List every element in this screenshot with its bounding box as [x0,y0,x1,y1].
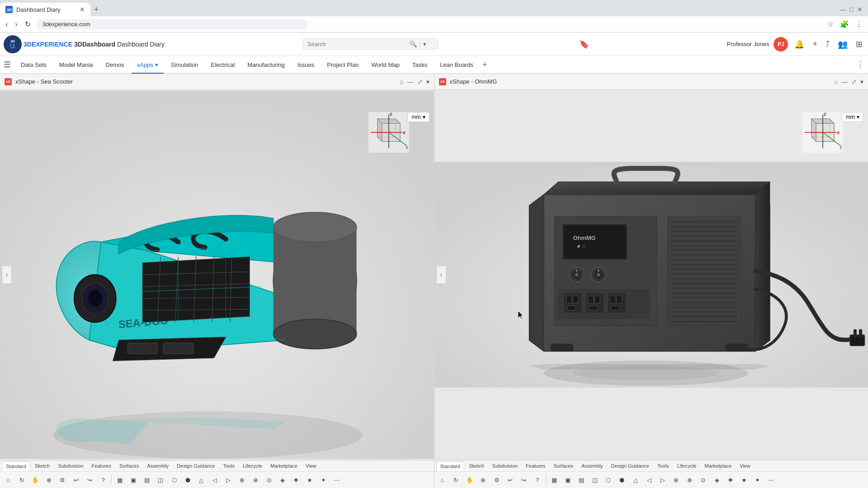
add-button[interactable]: + [811,38,819,51]
community-button[interactable]: 👥 [836,38,849,51]
left-tab-lifecycle[interactable]: Lifecycle [239,461,266,471]
left-unit-dropdown[interactable]: mm ▾ [408,112,429,122]
right-panel-home-button[interactable]: ⌂ [834,78,838,85]
tool-redo[interactable]: ↪ [83,474,96,486]
tool-section[interactable]: ⊗ [249,474,262,486]
search-input[interactable] [307,41,407,47]
right-panel-maximize-button[interactable]: ⤢ [851,78,857,85]
left-tab-features[interactable]: Features [88,461,115,471]
hamburger-menu-button[interactable]: ☰ [4,60,11,70]
tool-3d-rotate[interactable]: ↻ [15,474,28,486]
right-tab-subdivision[interactable]: Subdivision [489,461,521,471]
right-tool-zoom[interactable]: ⊕ [477,474,490,486]
left-panel-nav-left-arrow[interactable]: ‹ [2,266,12,284]
right-tool-measure[interactable]: ⊕ [670,474,683,486]
bookmark-icon[interactable]: 🔖 [579,39,589,49]
tool-home[interactable]: ⌂ [2,474,14,486]
right-tool-home[interactable]: ⌂ [436,474,449,486]
nav-item-model-mania[interactable]: Model Mania [54,57,98,74]
left-viewport[interactable]: SEA-DOO ‹ [0,89,434,460]
right-tool-split[interactable]: ◫ [589,474,601,486]
forward-button[interactable]: › [13,19,19,30]
left-tab-marketplace[interactable]: Marketplace [267,461,301,471]
tool-box[interactable]: ▣ [127,474,140,486]
right-tab-view[interactable]: View [736,461,754,471]
new-tab-button[interactable]: + [94,5,99,14]
nav-item-datasets[interactable]: Data Sets [15,57,52,74]
tool-center[interactable]: ⊙ [263,474,275,486]
right-tab-design-guidance[interactable]: Design Guidance [608,461,653,471]
nav-item-issues[interactable]: Issues [292,57,320,74]
right-tool-right[interactable]: ▷ [656,474,669,486]
right-tool-section[interactable]: ⊗ [684,474,696,486]
left-tab-sketch[interactable]: Sketch [31,461,54,471]
nav-item-xapps[interactable]: xApps ▾ [132,57,164,74]
right-viewport[interactable]: OhmMG ⚡ G [434,89,868,460]
tool-grid[interactable]: ▦ [113,474,126,486]
right-tool-point[interactable]: ◈ [711,474,723,486]
user-avatar[interactable]: PJ [774,37,788,52]
tool-right[interactable]: ▷ [222,474,235,486]
right-tool-target[interactable]: ❖ [724,474,737,486]
search-dropdown-button[interactable]: ▾ [420,41,426,47]
nav-add-tab-button[interactable]: + [482,60,487,70]
right-tool-help[interactable]: ? [531,474,544,486]
url-input[interactable] [36,19,307,29]
right-tool-bookmark[interactable]: ★ [738,474,750,486]
extensions-button[interactable]: 🧩 [838,18,851,30]
close-window-button[interactable]: ✕ [857,6,863,13]
reload-button[interactable]: ↻ [23,18,33,30]
nav-item-demos[interactable]: Demos [100,57,130,74]
nav-item-lean-boards[interactable]: Lean Boards [434,57,479,74]
tool-measure[interactable]: ⊕ [236,474,248,486]
notifications-button[interactable]: 🔔 [793,38,806,51]
tool-more[interactable]: ⋯ [330,474,343,486]
tool-bookmark[interactable]: ★ [303,474,316,486]
back-button[interactable]: ‹ [4,19,9,30]
right-tool-perspective[interactable]: ⬡ [602,474,615,486]
left-tab-assembly[interactable]: Assembly [143,461,172,471]
active-tab[interactable]: 3D Dashboard Diary ✕ [0,3,90,16]
right-tool-iso[interactable]: ⬢ [616,474,628,486]
tool-highlight[interactable]: ✦ [317,474,330,486]
right-tool-center[interactable]: ⊙ [697,474,710,486]
right-tab-standard[interactable]: Standard [436,461,465,471]
right-tab-features[interactable]: Features [522,461,549,471]
right-panel-minimize-button[interactable]: — [841,78,848,85]
right-tool-more[interactable]: ⋯ [765,474,778,486]
right-tab-marketplace[interactable]: Marketplace [701,461,735,471]
right-tool-front[interactable]: △ [629,474,642,486]
tool-target[interactable]: ❖ [290,474,302,486]
tab-close-button[interactable]: ✕ [80,6,85,13]
right-tool-highlight[interactable]: ✦ [751,474,764,486]
tool-left[interactable]: ◁ [208,474,221,486]
minimize-button[interactable]: — [840,6,846,13]
left-panel-minimize-button[interactable]: — [407,78,414,85]
nav-item-tasks[interactable]: Tasks [407,57,433,74]
right-tab-assembly[interactable]: Assembly [578,461,607,471]
right-unit-dropdown[interactable]: mm ▾ [842,112,863,122]
tool-help[interactable]: ? [97,474,109,486]
tool-perspective[interactable]: ⬡ [168,474,180,486]
right-tool-pan[interactable]: ✋ [463,474,476,486]
restore-button[interactable]: □ [850,6,854,13]
nav-item-manufacturing[interactable]: Manufacturing [242,57,290,74]
right-tool-left[interactable]: ◁ [643,474,656,486]
right-tool-undo[interactable]: ↩ [504,474,517,486]
nav-overflow-button[interactable]: ⋮ [856,60,864,70]
right-tab-lifecycle[interactable]: Lifecycle [674,461,700,471]
nav-item-world-map[interactable]: World Map [366,57,405,74]
tool-point[interactable]: ◈ [276,474,289,486]
right-tool-3d-rotate[interactable]: ↻ [450,474,462,486]
tool-iso[interactable]: ⬢ [181,474,194,486]
tool-settings[interactable]: ⚙ [56,474,69,486]
left-panel-home-button[interactable]: ⌂ [400,78,403,85]
tool-zoom[interactable]: ⊕ [42,474,55,486]
nav-item-project-plan[interactable]: Project Plan [321,57,364,74]
right-tool-lines[interactable]: ▤ [575,474,588,486]
nav-item-electrical[interactable]: Electrical [206,57,241,74]
right-tool-settings[interactable]: ⚙ [491,474,503,486]
tool-front[interactable]: △ [195,474,208,486]
settings-button[interactable]: ⋮ [854,18,864,30]
app-compass-icon[interactable]: 3D ▶ ▶ V,R [4,35,22,53]
